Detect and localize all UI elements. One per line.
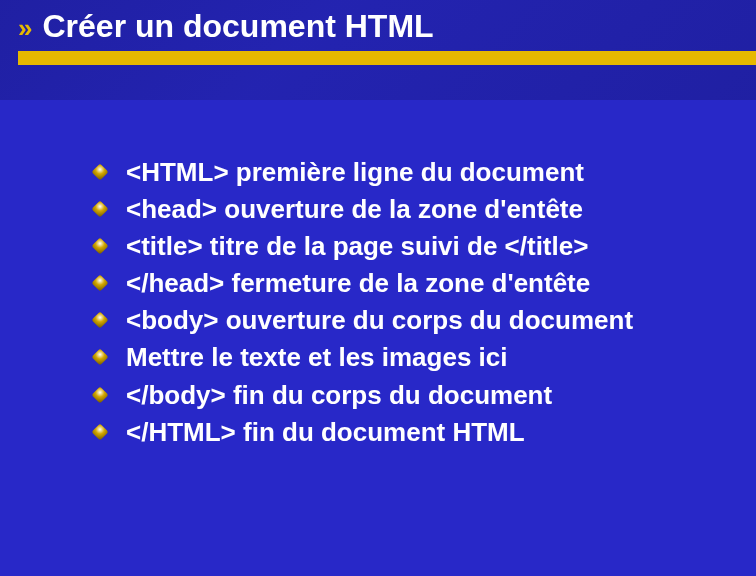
list-item: </body> fin du corps du document bbox=[88, 378, 696, 413]
slide-content: <HTML> première ligne du document <head>… bbox=[0, 65, 756, 450]
list-item: <title> titre de la page suivi de </titl… bbox=[88, 229, 696, 264]
list-item: </HTML> fin du document HTML bbox=[88, 415, 696, 450]
bullet-list: <HTML> première ligne du document <head>… bbox=[88, 155, 696, 450]
title-marker: » bbox=[18, 13, 32, 44]
list-item: <body> ouverture du corps du document bbox=[88, 303, 696, 338]
gold-divider bbox=[18, 51, 756, 65]
list-item: <HTML> première ligne du document bbox=[88, 155, 696, 190]
slide-title: Créer un document HTML bbox=[42, 8, 433, 45]
list-item: Mettre le texte et les images ici bbox=[88, 340, 696, 375]
list-item: <head> ouverture de la zone d'entête bbox=[88, 192, 696, 227]
list-item: </head> fermeture de la zone d'entête bbox=[88, 266, 696, 301]
slide-header: » Créer un document HTML bbox=[0, 0, 756, 65]
